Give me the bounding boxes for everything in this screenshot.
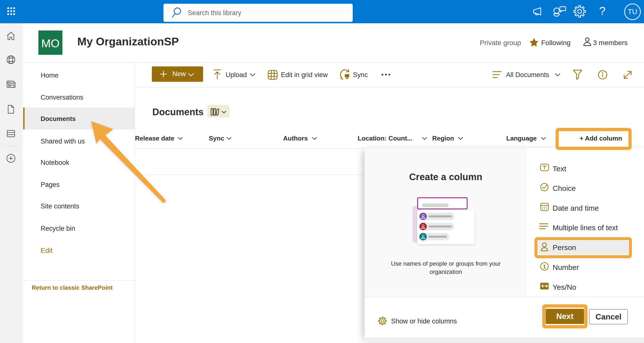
svg-text:1: 1	[543, 263, 546, 270]
